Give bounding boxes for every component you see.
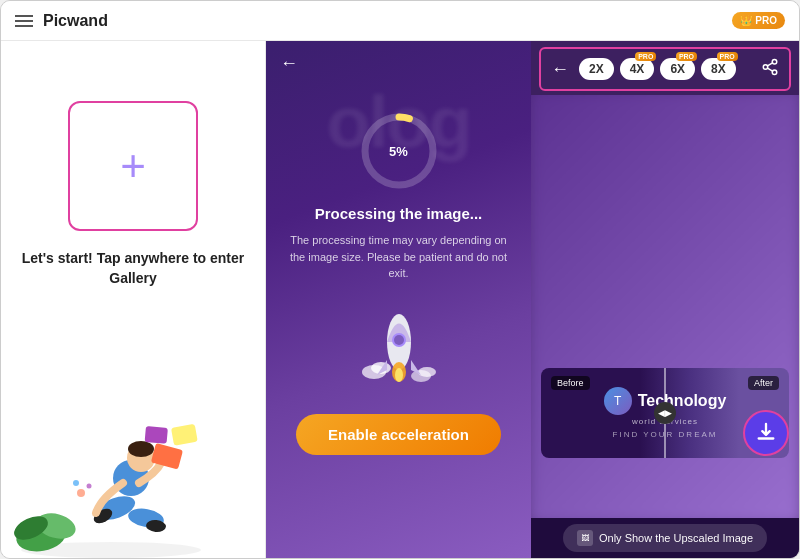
progress-text: 5% xyxy=(389,144,408,159)
tech-logo: T xyxy=(604,387,632,415)
right-back-button[interactable]: ← xyxy=(551,59,569,80)
svg-point-22 xyxy=(418,367,436,377)
processing-title: Processing the image... xyxy=(315,205,483,222)
main-area: + Let's start! Tap anywhere to enter Gal… xyxy=(1,41,799,558)
svg-rect-10 xyxy=(145,426,168,444)
left-panel: + Let's start! Tap anywhere to enter Gal… xyxy=(1,41,266,558)
download-button[interactable] xyxy=(743,410,789,456)
gallery-text: Let's start! Tap anywhere to enter Galle… xyxy=(21,249,245,288)
svg-point-14 xyxy=(77,489,85,497)
svg-point-16 xyxy=(87,484,92,489)
tech-name: Technology xyxy=(638,392,727,410)
add-image-box[interactable]: + xyxy=(68,101,198,231)
scale-4x-button[interactable]: 4X PRO xyxy=(620,58,655,80)
svg-point-3 xyxy=(128,441,154,457)
image-icon-small: 🖼 xyxy=(577,530,593,546)
download-icon xyxy=(755,422,777,444)
right-top-bar: ← 2X 4X PRO 6X PRO 8X PRO xyxy=(539,47,791,91)
right-main-area: T Technology world Services FIND YOUR DR… xyxy=(531,95,799,518)
comparison-handle[interactable]: ◀▶ xyxy=(654,402,676,424)
pro-badge-4x: PRO xyxy=(635,52,656,61)
left-illustration xyxy=(1,388,265,558)
pro-badge-8x: PRO xyxy=(717,52,738,61)
svg-line-31 xyxy=(767,68,772,71)
middle-panel: ← olog 5% Processing the image... xyxy=(266,41,531,558)
svg-point-25 xyxy=(394,335,404,345)
hamburger-menu[interactable] xyxy=(15,15,33,27)
scale-2x-button[interactable]: 2X xyxy=(579,58,614,80)
pro-badge-6x: PRO xyxy=(676,52,697,61)
processing-desc: The processing time may vary depending o… xyxy=(286,232,511,282)
progress-ring: 5% xyxy=(359,111,439,191)
after-label: After xyxy=(748,376,779,390)
pro-badge: 👑 PRO xyxy=(732,12,785,29)
svg-point-15 xyxy=(73,480,79,486)
before-label: Before xyxy=(551,376,590,390)
svg-line-32 xyxy=(767,63,772,66)
illustration-svg xyxy=(1,388,221,558)
top-bar: Picwand 👑 PRO xyxy=(1,1,799,41)
enable-acceleration-button[interactable]: Enable acceleration xyxy=(296,414,501,455)
bottom-bar: 🖼 Only Show the Upscaled Image xyxy=(531,518,799,558)
middle-back-button[interactable]: ← xyxy=(280,53,298,74)
app-frame: Picwand 👑 PRO + Let's start! Tap anywher… xyxy=(0,0,800,559)
right-panel: ← 2X 4X PRO 6X PRO 8X PRO xyxy=(531,41,799,558)
plus-icon: + xyxy=(120,144,146,188)
svg-point-27 xyxy=(395,368,403,382)
rocket-illustration xyxy=(359,300,439,398)
scale-8x-button[interactable]: 8X PRO xyxy=(701,58,736,80)
svg-rect-9 xyxy=(171,424,198,446)
share-icon[interactable] xyxy=(761,58,779,80)
app-title: Picwand xyxy=(43,12,722,30)
rocket-svg xyxy=(359,300,439,390)
show-upscaled-button[interactable]: 🖼 Only Show the Upscaled Image xyxy=(563,524,767,552)
scale-6x-button[interactable]: 6X PRO xyxy=(660,58,695,80)
